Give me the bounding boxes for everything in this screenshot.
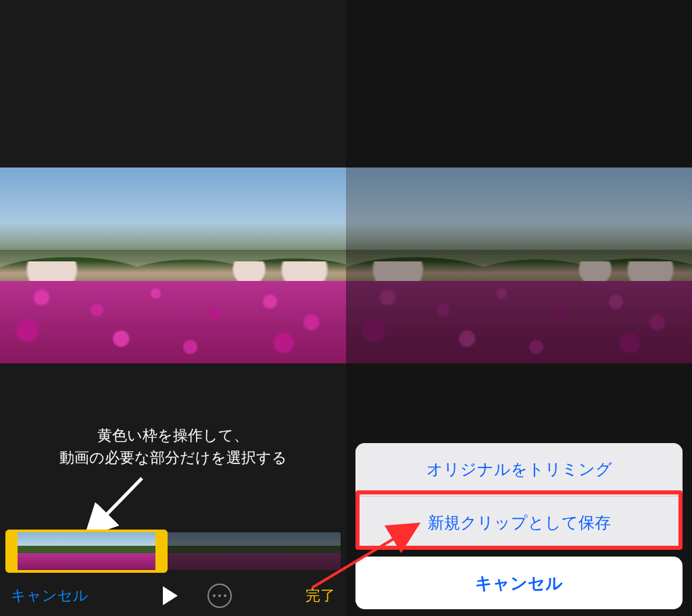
save-as-new-clip-option[interactable]: 新規クリップとして保存 <box>355 496 683 548</box>
trim-timeline[interactable]: 〈 〉 <box>5 532 341 570</box>
done-button[interactable]: 完了 <box>305 586 335 606</box>
svg-line-0 <box>93 478 142 528</box>
play-icon[interactable] <box>163 586 178 605</box>
trim-handle-right[interactable]: 〉 <box>155 530 168 573</box>
annotation-text: 黄色い枠を操作して、 動画の必要な部分だけを選択する <box>0 424 346 469</box>
more-options-icon[interactable] <box>207 584 232 608</box>
save-options-screen: オリジナルをトリミング 新規クリップとして保存 キャンセル <box>346 0 692 616</box>
cancel-button[interactable]: キャンセル <box>11 586 89 606</box>
trim-handle-left[interactable]: 〈 <box>5 530 18 573</box>
video-preview <box>0 168 346 363</box>
cancel-button[interactable]: キャンセル <box>355 557 683 609</box>
trim-original-option[interactable]: オリジナルをトリミング <box>355 443 683 496</box>
annotation-line1: 黄色い枠を操作して、 <box>0 424 346 446</box>
action-sheet: オリジナルをトリミング 新規クリップとして保存 キャンセル <box>355 443 683 609</box>
bottom-toolbar: キャンセル 完了 <box>0 575 346 616</box>
annotation-line2: 動画の必要な部分だけを選択する <box>0 446 346 469</box>
trim-editor-screen: 黄色い枠を操作して、 動画の必要な部分だけを選択する 〈 <box>0 0 346 616</box>
arrow-icon <box>81 473 162 534</box>
video-preview-dimmed <box>346 168 692 363</box>
